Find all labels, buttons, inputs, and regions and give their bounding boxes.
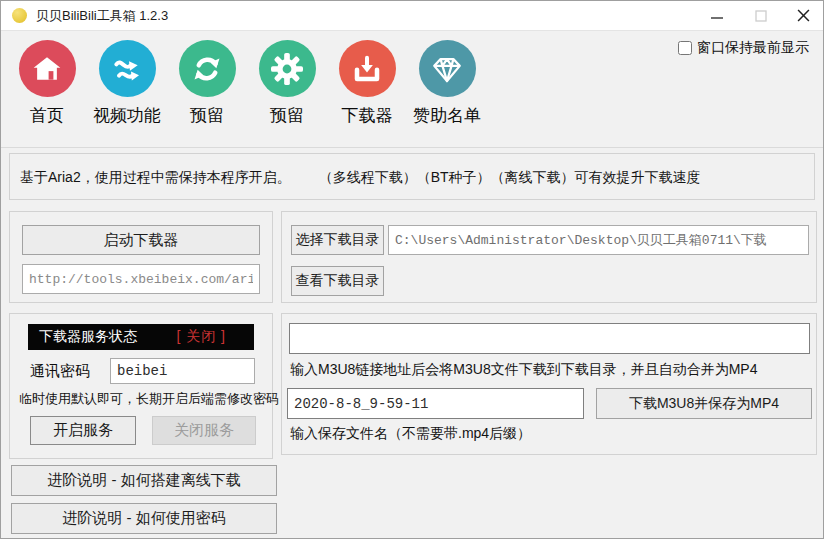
gear-icon — [259, 40, 316, 97]
m3u8-url-hint: 输入M3U8链接地址后会将M3U8文件下载到下载目录，并且自动合并为MP4 — [290, 361, 757, 379]
service-status-value: [ 关闭 ] — [176, 328, 254, 346]
nav-item-reserved-1[interactable]: 预留 — [167, 40, 247, 127]
password-label: 通讯密码 — [30, 362, 90, 381]
help-offline-button[interactable]: 进阶说明 - 如何搭建离线下载 — [11, 465, 277, 496]
directory-groupbox: 选择下载目录 查看下载目录 — [281, 211, 817, 303]
notice-groupbox: 基于Aria2，使用过程中需保持本程序开启。 （多线程下载）（BT种子）（离线下… — [9, 153, 815, 200]
nav-label-sponsors: 赞助名单 — [413, 104, 481, 127]
close-button[interactable] — [785, 1, 821, 30]
help-password-button[interactable]: 进阶说明 - 如何使用密码 — [11, 503, 277, 534]
stop-service-button[interactable]: 关闭服务 — [152, 416, 256, 445]
maximize-icon — [755, 10, 767, 22]
keep-on-top-option: 窗口保持最前显示 — [678, 39, 809, 57]
nav-label-home: 首页 — [30, 104, 64, 127]
maximize-button[interactable] — [743, 1, 779, 30]
home-icon — [19, 40, 76, 97]
nav-item-video[interactable]: 视频功能 — [87, 40, 167, 127]
nav-label-video: 视频功能 — [93, 104, 161, 127]
password-input[interactable] — [110, 358, 255, 384]
download-m3u8-button[interactable]: 下载M3U8并保存为MP4 — [596, 388, 812, 419]
app-window: 贝贝BiliBili工具箱 1.2.3 首页 — [0, 0, 824, 539]
password-hint: 临时使用默认即可，长期开启后端需修改密码 — [19, 390, 279, 408]
m3u8-url-input[interactable] — [289, 323, 810, 354]
service-groupbox: 下载器服务状态 [ 关闭 ] 通讯密码 临时使用默认即可，长期开启后端需修改密码… — [9, 313, 273, 459]
diamond-icon — [419, 40, 476, 97]
nav-label-reserved-1: 预留 — [190, 104, 224, 127]
filename-hint: 输入保存文件名（不需要带.mp4后缀） — [290, 425, 531, 443]
choose-directory-button[interactable]: 选择下载目录 — [291, 225, 384, 255]
nav-item-sponsors[interactable]: 赞助名单 — [407, 40, 487, 127]
minimize-button[interactable] — [699, 1, 735, 30]
nav-label-downloader: 下载器 — [342, 104, 393, 127]
launcher-groupbox: 启动下载器 — [9, 211, 273, 303]
shuffle-icon — [99, 40, 156, 97]
window-title: 贝贝BiliBili工具箱 1.2.3 — [36, 7, 168, 25]
refresh-icon — [179, 40, 236, 97]
service-status-bar: 下载器服务状态 [ 关闭 ] — [28, 324, 254, 350]
start-service-button[interactable]: 开启服务 — [30, 416, 136, 445]
m3u8-groupbox: 输入M3U8链接地址后会将M3U8文件下载到下载目录，并且自动合并为MP4 下载… — [281, 313, 817, 455]
start-downloader-button[interactable]: 启动下载器 — [22, 225, 260, 255]
nav-item-home[interactable]: 首页 — [7, 40, 87, 127]
download-icon — [339, 40, 396, 97]
close-icon — [797, 9, 810, 22]
view-directory-button[interactable]: 查看下载目录 — [291, 266, 384, 296]
notice-text: 基于Aria2，使用过程中需保持本程序开启。 （多线程下载）（BT种子）（离线下… — [20, 169, 701, 187]
minimize-icon — [711, 10, 723, 22]
nav-item-downloader[interactable]: 下载器 — [327, 40, 407, 127]
nav-item-reserved-2[interactable]: 预留 — [247, 40, 327, 127]
nav-bar: 首页 视频功能 — [7, 40, 487, 127]
keep-on-top-label: 窗口保持最前显示 — [697, 39, 809, 57]
aria2-url-input[interactable] — [22, 264, 260, 294]
service-status-label: 下载器服务状态 — [28, 328, 137, 346]
download-path-input[interactable] — [388, 225, 809, 255]
app-icon — [12, 8, 27, 23]
title-bar: 贝贝BiliBili工具箱 1.2.3 — [1, 1, 823, 31]
keep-on-top-checkbox[interactable] — [678, 41, 692, 55]
nav-label-reserved-2: 预留 — [270, 104, 304, 127]
main-toolbar: 首页 视频功能 — [1, 31, 823, 148]
save-filename-input[interactable] — [287, 388, 584, 419]
